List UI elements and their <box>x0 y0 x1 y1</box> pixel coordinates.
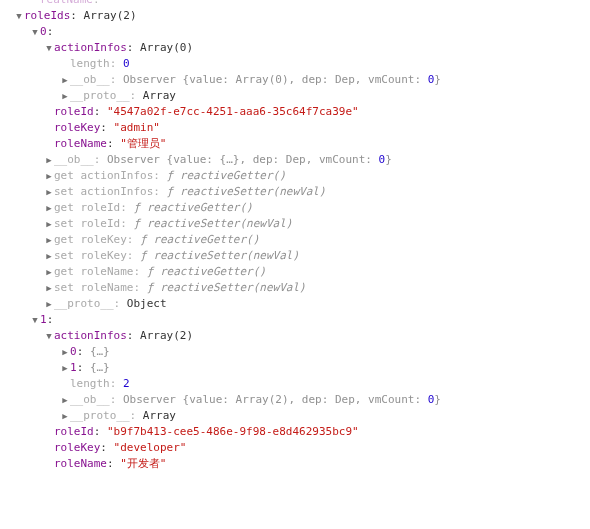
chevron-down-icon[interactable] <box>30 24 40 40</box>
prop-roleIds[interactable]: roleIds: Array(2) <box>0 8 590 24</box>
prop-roleKey: roleKey: "admin" <box>0 120 590 136</box>
chevron-down-icon[interactable] <box>44 328 54 344</box>
prop-proto[interactable]: __proto__: Array <box>0 88 590 104</box>
prop-key: realName <box>40 0 93 6</box>
prop-actionInfos[interactable]: actionInfos: Array(2) <box>0 328 590 344</box>
chevron-down-icon[interactable] <box>44 40 54 56</box>
prop-length: length: 2 <box>0 376 590 392</box>
prop-roleName: roleName: "管理员" <box>0 136 590 152</box>
prop-roleKey: roleKey: "developer" <box>0 440 590 456</box>
chevron-right-icon[interactable] <box>60 344 70 360</box>
chevron-right-icon[interactable] <box>44 232 54 248</box>
accessor-line[interactable]: get actionInfos: ƒ reactiveGetter() <box>0 168 590 184</box>
prop-roleName: roleName: "开发者" <box>0 456 590 472</box>
accessor-line[interactable]: set roleId: ƒ reactiveSetter(newVal) <box>0 216 590 232</box>
accessor-line[interactable]: get roleName: ƒ reactiveGetter() <box>0 264 590 280</box>
chevron-right-icon[interactable] <box>44 184 54 200</box>
array-entry[interactable]: 1: {…} <box>0 360 590 376</box>
prop-ob[interactable]: __ob__: Observer {value: Array(0), dep: … <box>0 72 590 88</box>
prop-actionInfos[interactable]: actionInfos: Array(0) <box>0 40 590 56</box>
chevron-right-icon[interactable] <box>44 152 54 168</box>
chevron-right-icon[interactable] <box>44 200 54 216</box>
chevron-right-icon[interactable] <box>44 264 54 280</box>
array-index-0[interactable]: 0: <box>0 24 590 40</box>
prop-roleId: roleId: "4547a02f-e7cc-4251-aaa6-35c64f7… <box>0 104 590 120</box>
faded-prev-line: realName: "" <box>0 0 590 8</box>
accessor-line[interactable]: set roleName: ƒ reactiveSetter(newVal) <box>0 280 590 296</box>
prop-ob[interactable]: __ob__: Observer {value: {…}, dep: Dep, … <box>0 152 590 168</box>
accessor-line[interactable]: set actionInfos: ƒ reactiveSetter(newVal… <box>0 184 590 200</box>
array-index-1[interactable]: 1: <box>0 312 590 328</box>
chevron-right-icon[interactable] <box>60 360 70 376</box>
accessor-line[interactable]: get roleId: ƒ reactiveGetter() <box>0 200 590 216</box>
prop-roleId: roleId: "b9f7b413-cee5-486e-9f98-e8d4629… <box>0 424 590 440</box>
accessor-line[interactable]: get roleKey: ƒ reactiveGetter() <box>0 232 590 248</box>
chevron-right-icon[interactable] <box>44 248 54 264</box>
chevron-right-icon[interactable] <box>44 296 54 312</box>
array-entry[interactable]: 0: {…} <box>0 344 590 360</box>
chevron-right-icon[interactable] <box>44 216 54 232</box>
chevron-down-icon[interactable] <box>30 312 40 328</box>
chevron-right-icon[interactable] <box>60 392 70 408</box>
prop-length: length: 0 <box>0 56 590 72</box>
chevron-right-icon[interactable] <box>60 408 70 424</box>
prop-proto[interactable]: __proto__: Object <box>0 296 590 312</box>
chevron-down-icon[interactable] <box>14 8 24 24</box>
chevron-right-icon[interactable] <box>44 280 54 296</box>
chevron-right-icon[interactable] <box>60 88 70 104</box>
prop-ob[interactable]: __ob__: Observer {value: Array(2), dep: … <box>0 392 590 408</box>
chevron-right-icon[interactable] <box>60 72 70 88</box>
accessor-line[interactable]: set roleKey: ƒ reactiveSetter(newVal) <box>0 248 590 264</box>
chevron-right-icon[interactable] <box>44 168 54 184</box>
prop-proto[interactable]: __proto__: Array <box>0 408 590 424</box>
